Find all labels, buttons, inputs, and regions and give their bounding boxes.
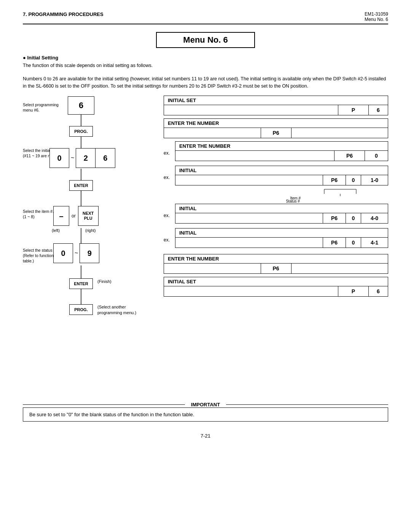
panel6-col1 <box>175 238 323 248</box>
header-divider <box>23 24 388 24</box>
key-6b-box: 6 <box>96 148 115 168</box>
key-0b-box: 0 <box>53 243 73 263</box>
enter-key-2: ENTER <box>69 278 93 289</box>
tilde-2: ~ <box>73 250 80 257</box>
section-title: 7. PROGRAMMING PROCEDURES <box>23 11 104 17</box>
panel5-data: P6 0 4-0 <box>175 213 388 224</box>
panel4-title: INITIAL <box>175 166 388 175</box>
panel8-col3: 6 <box>369 286 388 296</box>
panel2-data: P6 <box>164 128 388 138</box>
panel7-col3 <box>292 264 388 273</box>
key-minus-box: – <box>53 206 69 226</box>
panel6-wrapper: INITIAL P6 0 4-1 <box>175 228 388 251</box>
right-label: (right) <box>85 228 96 233</box>
panel6-title: INITIAL <box>175 228 388 237</box>
tilde-1: ~ <box>69 155 76 161</box>
bracket-svg <box>175 189 388 202</box>
panel6-col3: 0 <box>346 238 361 248</box>
important-line-left <box>23 404 185 405</box>
panel8-data: P 6 <box>164 286 388 297</box>
panel6-col2: P6 <box>323 238 346 248</box>
initial-setting-para1: The function of this scale depends on in… <box>23 62 388 69</box>
ex-label-2: ex. <box>164 166 173 180</box>
key-0-box: 0 <box>49 148 69 168</box>
panel8-col2: P <box>338 286 369 296</box>
panel4-col2: P6 <box>323 175 346 185</box>
enter-key-1: ENTER <box>69 180 93 191</box>
panel7-col2: P6 <box>261 264 292 273</box>
panel6-col4: 4-1 <box>361 238 388 248</box>
panel2-col1 <box>164 128 261 138</box>
panel-initial-3: INITIAL P6 0 4-1 <box>175 228 388 248</box>
panel-enter-number-2: ENTER THE NUMBER P6 0 <box>175 141 388 161</box>
panel7-col1 <box>164 264 261 273</box>
important-header: IMPORTANT <box>23 402 388 407</box>
important-label: IMPORTANT <box>185 402 226 407</box>
panel4-col1 <box>175 175 323 185</box>
status-hash-note: Status # <box>286 199 300 203</box>
page-number: 7-21 <box>23 433 388 439</box>
panel-initial-3-wrapper: ex. INITIAL P6 0 4-1 <box>164 228 388 251</box>
panel4-wrapper: INITIAL P6 0 1-0 <box>175 166 388 202</box>
panel1-data: P 6 <box>164 105 388 115</box>
important-text: Be sure to set to "0" for the blank stat… <box>23 407 388 422</box>
ex-label-3: ex. <box>164 204 173 218</box>
panel8-title: INITIAL SET <box>164 277 388 286</box>
panel5-wrapper: INITIAL P6 0 4-0 <box>175 204 388 227</box>
or-label: or <box>69 213 78 219</box>
panel5-col1 <box>175 213 323 223</box>
panel2-col2: P6 <box>261 128 292 138</box>
initial-setting-para2: Numbers 0 to 26 are available for the in… <box>23 75 388 90</box>
note-item: Select the item #.(1 ~ 8) <box>23 209 54 219</box>
panel3-wrapper: ENTER THE NUMBER P6 0 <box>175 141 388 164</box>
panel4-col3: 0 <box>346 175 361 185</box>
panel1-col1 <box>164 105 338 115</box>
panel-enter-number-3: ENTER THE NUMBER P6 <box>164 254 388 274</box>
next-plu-box: NEXTPLU <box>78 206 99 226</box>
panel-initial-1-wrapper: ex. INITIAL P6 0 1-0 <box>164 166 388 202</box>
panel5-col2: P6 <box>323 213 346 223</box>
panel5-col4: 4-0 <box>361 213 388 223</box>
panel4-col4: 1-0 <box>361 175 388 185</box>
menu-ref: Menu No. 6 <box>365 17 388 22</box>
note-status: Select the status #.(Refer to functionta… <box>23 248 57 264</box>
prog-key-2: PROG. <box>69 304 93 315</box>
panel-initial-2-wrapper: ex. INITIAL P6 0 4-0 <box>164 204 388 227</box>
panel5-col3: 0 <box>346 213 361 223</box>
panel8-col1 <box>164 286 338 296</box>
panel1-col2: P <box>338 105 369 115</box>
panel6-data: P6 0 4-1 <box>175 237 388 248</box>
panel3-title: ENTER THE NUMBER <box>175 141 388 150</box>
prog-key-1: PROG. <box>69 126 93 137</box>
important-line-right <box>226 404 388 405</box>
important-section: IMPORTANT Be sure to set to "0" for the … <box>23 402 388 422</box>
panel7-data: P6 <box>164 263 388 274</box>
panel3-col3: 0 <box>365 151 388 161</box>
panel-initial-1: INITIAL P6 0 1-0 <box>175 166 388 185</box>
key-6-box: 6 <box>68 96 94 115</box>
panel-initial-set-2: INITIAL SET P 6 <box>164 277 388 297</box>
page-title: Menu No. 6 <box>156 32 255 48</box>
panel4-data: P6 0 1-0 <box>175 175 388 185</box>
panel3-data: P6 0 <box>175 150 388 161</box>
bracket-area: Item # Status # <box>175 189 388 202</box>
panel2-title: ENTER THE NUMBER <box>164 118 388 128</box>
initial-setting-heading: Initial Setting <box>23 55 388 61</box>
panel-enter-number-1: ENTER THE NUMBER P6 <box>164 118 388 138</box>
panel1-col3: 6 <box>369 105 388 115</box>
ex-label-1: ex. <box>164 141 173 156</box>
left-label: (left) <box>52 228 60 233</box>
panel3-col1 <box>175 151 335 161</box>
panel2-col3 <box>292 128 388 138</box>
select-another-label: (Select anotherprogramming menu.) <box>97 304 136 315</box>
panel1-title: INITIAL SET <box>164 96 388 105</box>
panel7-title: ENTER THE NUMBER <box>164 254 388 263</box>
panel3-col2: P6 <box>335 151 365 161</box>
panel-initial-set-1: INITIAL SET P 6 <box>164 96 388 115</box>
key-9-box: 9 <box>80 243 99 263</box>
finish-label: (Finish) <box>97 279 112 284</box>
panel-initial-2: INITIAL P6 0 4-0 <box>175 204 388 224</box>
doc-id: EM1-31059 <box>365 11 388 17</box>
panel5-title: INITIAL <box>175 204 388 213</box>
key-2-box: 2 <box>76 148 96 168</box>
